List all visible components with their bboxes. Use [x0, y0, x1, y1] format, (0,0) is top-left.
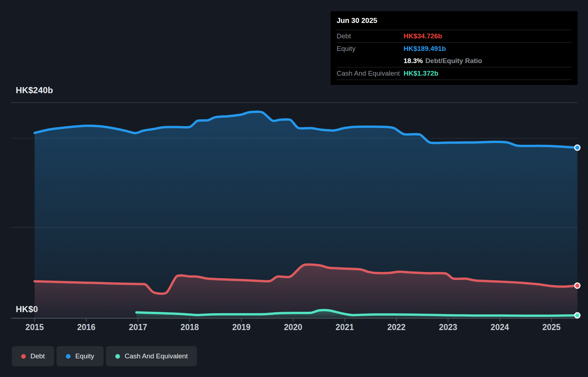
legend-debt-label: Debt — [30, 352, 45, 360]
debt-dot-icon — [21, 354, 26, 359]
tooltip-equity-label: Equity — [337, 45, 404, 53]
x-tick-label-2020: 2020 — [284, 323, 302, 332]
tooltip-debt-label: Debt — [337, 32, 404, 40]
x-tick-label-2018: 2018 — [180, 323, 199, 332]
legend-item-equity[interactable]: Equity — [57, 346, 103, 366]
legend-cash-label: Cash And Equivalent — [125, 352, 188, 360]
chart-legend: Debt Equity Cash And Equivalent — [12, 346, 197, 366]
x-tick-label-2024: 2024 — [491, 323, 509, 332]
tooltip-date: Jun 30 2025 — [337, 11, 572, 30]
x-tick-label-2023: 2023 — [439, 323, 457, 332]
x-tick-label-2025: 2025 — [542, 323, 560, 332]
x-tick-label-2022: 2022 — [387, 323, 405, 332]
equity-endpoint-marker — [575, 145, 580, 151]
tooltip-row-equity: Equity HK$189.491b — [337, 42, 572, 55]
debt-equity-history-panel: HK$240b HK$0 201520162017201820192020202… — [0, 0, 588, 377]
tooltip-equity-value: HK$189.491b — [404, 45, 446, 53]
legend-equity-label: Equity — [75, 352, 94, 360]
chart-tooltip: Jun 30 2025 Debt HK$34.726b Equity HK$18… — [331, 11, 578, 85]
tooltip-ratio-value: 18.3% — [404, 57, 423, 65]
x-tick-label-2019: 2019 — [232, 323, 250, 332]
x-tick-label-2016: 2016 — [77, 323, 95, 332]
tooltip-cash-value: HK$1.372b — [404, 70, 438, 77]
cash-dot-icon — [115, 354, 120, 359]
tooltip-row-debt: Debt HK$34.726b — [337, 30, 572, 42]
tooltip-ratio-label: Debt/Equity Ratio — [425, 57, 482, 65]
cash-and-equivalent-endpoint-marker — [575, 313, 580, 318]
legend-item-cash[interactable]: Cash And Equivalent — [106, 346, 197, 366]
x-tick-label-2017: 2017 — [129, 323, 147, 332]
x-tick-label-2015: 2015 — [25, 323, 44, 332]
tooltip-row-cash: Cash And Equivalent HK$1.372b — [337, 67, 572, 80]
tooltip-row-ratio: 18.3% Debt/Equity Ratio — [337, 55, 572, 67]
tooltip-cash-label: Cash And Equivalent — [337, 70, 404, 77]
debt-endpoint-marker — [575, 283, 580, 288]
equity-dot-icon — [66, 354, 71, 359]
tooltip-debt-value: HK$34.726b — [404, 32, 442, 40]
x-tick-label-2021: 2021 — [336, 323, 354, 332]
legend-item-debt[interactable]: Debt — [12, 346, 54, 366]
